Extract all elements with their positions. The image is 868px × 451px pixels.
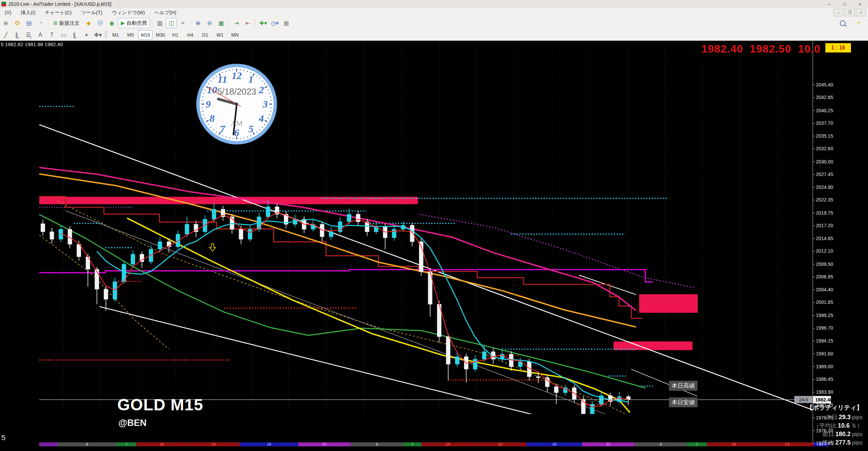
label-tool-icon[interactable]: T [46,30,57,40]
timeframe-button-d1[interactable]: D1 [198,30,212,40]
mql-community-icon[interactable]: Ⓜ [95,18,106,28]
timeframe-button-m1[interactable]: M1 [108,30,123,40]
steep-line-bottom [548,422,744,451]
supply-box-upper [639,294,698,313]
svg-text:22: 22 [322,442,327,447]
bar-chart-icon[interactable]: ▥ [154,18,165,28]
menu-item-2[interactable]: チャート(C) [40,8,76,17]
svg-text:3: 3 [86,442,88,447]
svg-text:6: 6 [234,127,239,138]
auto-scroll-icon[interactable]: ⇥ [231,18,242,28]
price-tick: 2009.50 [816,261,833,267]
timeframe-button-m5[interactable]: M5 [123,30,138,40]
timeframe-button-m30[interactable]: M30 [153,30,167,40]
timeframe-button-w1[interactable]: W1 [213,30,227,40]
child-window-control-1[interactable]: ❐ [845,9,855,16]
zoom-out-icon[interactable]: ⊖ [204,18,215,28]
volatility-row-3: 平均277.5pips [807,438,863,447]
price-tick: 1991.60 [816,351,833,356]
candle [347,214,351,222]
candlestick-chart-icon[interactable]: ◫ [166,18,177,28]
leverage-badge: 1 : 16 [825,43,851,53]
chart-watermark-subtitle: @BEN [118,418,146,428]
signals-icon[interactable]: ◉ [106,18,117,28]
today-low-label[interactable]: 本日安値 [669,397,697,407]
profiles-icon[interactable]: ✪ [12,18,23,28]
candle [329,232,333,237]
menu-item-3[interactable]: ツール(T) [76,8,107,17]
timeframe-button-h1[interactable]: H1 [168,30,182,40]
indicators-icon[interactable]: ✚▾ [258,18,269,28]
timeframe-button-m15[interactable]: M15 [138,30,153,40]
svg-text:10: 10 [732,442,736,447]
candle [212,209,216,219]
menu-item-4[interactable]: ウィンドウ(W) [107,8,150,17]
price-tick: 2035.15 [816,133,833,139]
bottom-left-number: 5 [1,433,5,442]
candle [410,225,414,242]
chart-shift-icon[interactable]: ⇤ [242,18,253,28]
lightning-icon[interactable]: ⚡ [853,18,864,28]
candle [140,254,144,262]
toolbar-separator [190,19,191,27]
child-window-control-2[interactable]: × [856,9,866,16]
price-tick: 2014.65 [816,236,833,241]
price-tick: 2042.85 [816,95,833,100]
chart-svg[interactable]: 37101418222710141822271014182045.402042.… [0,41,868,451]
price-tick: 2037.70 [816,120,833,126]
line-tool-icon[interactable]: ╱ [0,30,11,40]
ask-price: 1982.50 [750,43,791,55]
menu-item-5[interactable]: ヘルプ(H) [150,8,181,17]
price-tick: 1994.15 [816,338,833,344]
clock-meridiem: AM [231,119,242,128]
candle [50,232,54,239]
svg-text:10: 10 [446,442,450,447]
tile-windows-icon[interactable]: ▦ [216,18,226,28]
line-chart-icon[interactable]: ≈ [177,18,188,28]
timeframe-button-h4[interactable]: H4 [183,30,197,40]
svg-text:2: 2 [258,84,264,95]
minimize-button[interactable]: – [821,0,837,8]
new-order-button-icon: ⊞ [53,20,58,26]
svg-text:14: 14 [785,442,790,447]
price-tick: 2019.75 [816,210,833,216]
parallel-lines-icon[interactable]: ∥F [70,30,80,40]
svg-text:8: 8 [210,113,215,124]
rectangle-tool-icon[interactable]: ▭ [58,30,69,40]
auto-trading-button-icon: ▶ [121,20,125,26]
menu-item-0[interactable]: (V) [0,8,16,17]
search-icon[interactable] [837,18,848,28]
maximize-button[interactable]: □ [837,0,852,8]
svg-text:4: 4 [258,113,264,124]
clock-widget[interactable]: 1234567891011125/18/2023AM [196,63,278,145]
candle [185,224,189,234]
navigator-icon[interactable]: ◔ [35,18,46,28]
menu-item-1[interactable]: 挿入(I) [16,8,40,17]
new-order-button[interactable]: ⊞新規注文 [50,18,83,28]
svg-text:1982.40: 1982.40 [815,397,832,403]
arrows-tool-icon[interactable]: ✥▾ [93,30,103,40]
price-tick: 2045.40 [816,82,833,87]
equidistant-channel-icon[interactable]: ∥E [12,30,23,40]
text-tool-icon[interactable]: A [35,30,46,40]
child-window-control-0[interactable]: – [833,9,844,16]
toolbar-handle[interactable] [105,31,107,39]
chart-canvas[interactable]: 37101418222710141822271014182045.402042.… [0,41,868,451]
today-high-label[interactable]: 本日高値 [669,381,697,391]
volatility-panel: 【ボラティリティ】 本日29.3pips（平均比10.6％）前日180.2pip… [807,404,863,447]
ellipse-tool-icon[interactable]: ● [81,30,92,40]
menu-bar: (V)挿入(I)チャート(C)ツール(T)ウィンドウ(W)ヘルプ(H) –❐× [0,8,868,17]
periods-icon[interactable]: ◷▾ [269,18,280,28]
session-step-line [243,427,813,451]
fibonacci-icon[interactable]: ☰F [23,30,34,40]
depth-of-market-icon[interactable]: ◆ [83,18,94,28]
target-icon[interactable]: ⊕ [0,18,11,28]
hour-strip-segment [39,443,58,447]
timeframe-button-mn[interactable]: MN [228,30,242,40]
templates-icon[interactable]: ▦ [281,18,292,28]
price-tick: 2027.45 [816,172,833,177]
market-watch-icon[interactable]: ▤ [23,18,34,28]
auto-trading-button[interactable]: ▶自動売買 [118,18,150,28]
close-button[interactable]: × [852,0,868,8]
zoom-in-icon[interactable]: ⊕ [193,18,203,28]
